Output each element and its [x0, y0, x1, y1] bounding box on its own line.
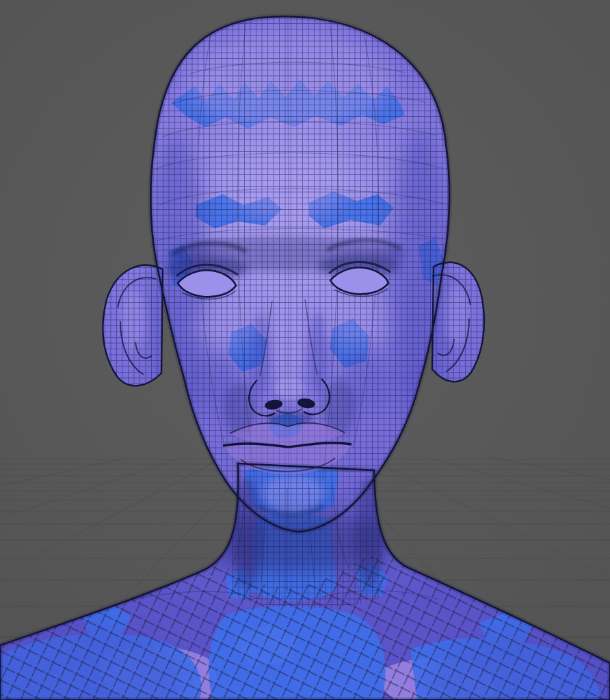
viewport-canvas[interactable] — [0, 0, 610, 700]
viewport-3d[interactable] — [0, 0, 610, 700]
